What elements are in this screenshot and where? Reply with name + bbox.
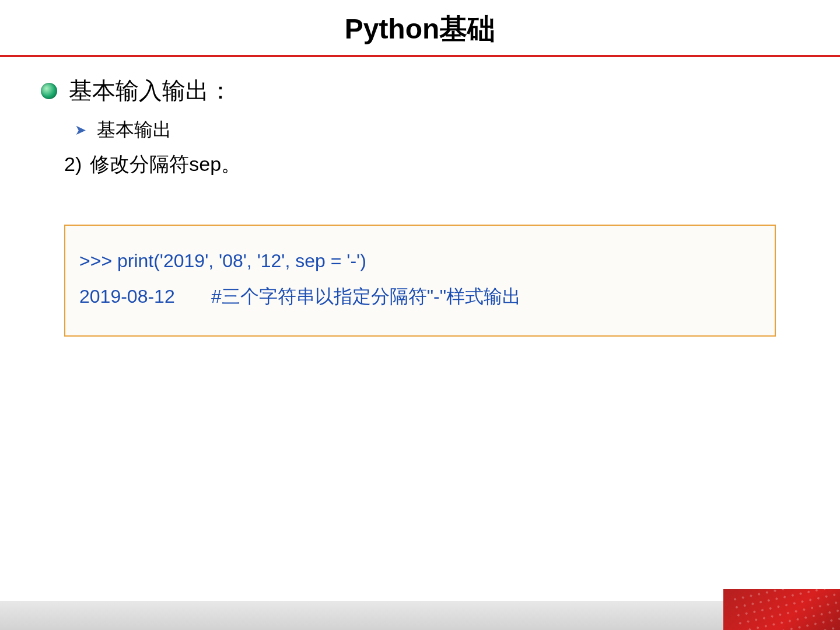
sub-bullet-row: ➤ 基本输出 xyxy=(75,117,799,143)
chevron-right-icon: ➤ xyxy=(75,122,86,138)
footer-accent xyxy=(723,589,840,630)
bullet-text: 基本输入输出： xyxy=(69,75,232,107)
numbered-text: 修改分隔符sep。 xyxy=(90,151,241,178)
numbered-row: 2) 修改分隔符sep。 xyxy=(64,151,799,178)
bullet-row: 基本输入输出： xyxy=(41,75,799,107)
content-area: 基本输入输出： ➤ 基本输出 2) 修改分隔符sep。 >>> print('2… xyxy=(0,57,840,337)
code-block: >>> print('2019', '08', '12', sep = '-')… xyxy=(64,225,776,337)
dots-pattern xyxy=(730,589,840,630)
slide: Python基础 基本输入输出： ➤ 基本输出 2) 修改分隔符sep。 >>>… xyxy=(0,0,840,630)
footer xyxy=(0,589,840,630)
sub-bullet-text: 基本输出 xyxy=(97,117,172,143)
page-title: Python基础 xyxy=(0,0,840,55)
bullet-icon xyxy=(41,83,57,99)
code-line-2: 2019-08-12 #三个字符串以指定分隔符"-"样式输出 xyxy=(79,279,761,314)
footer-bar xyxy=(0,601,840,630)
number-label: 2) xyxy=(64,153,82,176)
code-line-1: >>> print('2019', '08', '12', sep = '-') xyxy=(79,243,761,279)
